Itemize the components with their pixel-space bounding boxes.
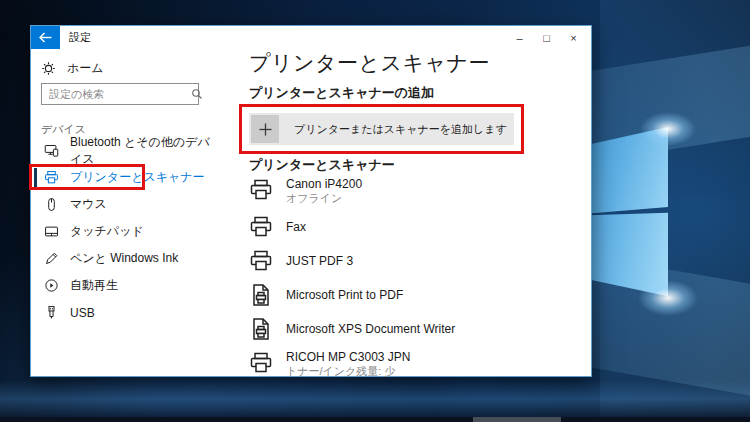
sidebar-item-bluetooth-and-other-devices[interactable]: Bluetooth とその他のデバイス [31,137,217,164]
sidebar-item-label: ペンと Windows Ink [70,250,178,267]
printer-row-microsoft-xps-document-writer[interactable]: Microsoft XPS Document Writer [249,316,579,341]
page-title: プリンターとスキャナー [249,49,490,77]
printer-list: Canon iP4200 オフライン Fax [249,177,579,387]
printer-row-canon-ip4200[interactable]: Canon iP4200 オフライン [249,177,579,205]
annotation-box-add-button: プリンターまたはスキャナーを追加します [239,104,524,154]
settings-search-box [41,83,199,105]
sidebar-item-printers-and-scanners[interactable]: プリンターとスキャナー [31,164,217,191]
printer-icon [249,248,273,273]
printer-row-just-pdf-3[interactable]: JUST PDF 3 [249,248,579,273]
sidebar-home-label: ホーム [67,60,104,77]
sidebar-nav: Bluetooth とその他のデバイス プリンターとスキャナー [31,137,217,326]
window-title: 設定 [69,30,91,45]
document-printer-icon [249,316,273,341]
add-section-heading: プリンターとスキャナーの追加 [249,84,434,102]
devices-section-heading: プリンターとスキャナー [249,156,395,174]
printer-name: Microsoft XPS Document Writer [286,322,455,336]
printer-name: RICOH MP C3003 JPN [286,350,410,364]
usb-icon [44,305,59,320]
mouse-icon [44,197,59,212]
sidebar-item-home[interactable]: ホーム [41,57,104,79]
settings-window: 設定 – □ × ホーム [30,25,592,377]
close-button[interactable]: × [560,26,587,49]
printer-name: Microsoft Print to PDF [286,288,403,302]
printer-icon [249,350,273,378]
pen-icon [44,251,59,266]
gear-icon [41,61,56,76]
sidebar-item-label: USB [70,306,95,320]
search-icon [191,88,203,100]
minimize-button[interactable]: – [506,26,533,49]
back-arrow-icon [39,32,52,43]
printer-name: Fax [286,220,306,234]
sidebar-item-label: 自動再生 [70,277,118,294]
selected-accent-bar [34,168,37,187]
back-button[interactable] [31,26,60,49]
touchpad-icon [44,224,59,239]
printer-row-ricoh-mp-c3003[interactable]: RICOH MP C3003 JPN トナー/インク残量: 少 [249,350,579,378]
sidebar-item-usb[interactable]: USB [31,299,217,326]
add-printer-button-label: プリンターまたはスキャナーを追加します [294,122,507,137]
printer-name: JUST PDF 3 [286,254,353,268]
printer-icon [249,214,273,239]
titlebar: 設定 – □ × [31,26,591,49]
light-beam [600,0,750,422]
sidebar-item-pen-windows-ink[interactable]: ペンと Windows Ink [31,245,217,272]
printer-row-fax[interactable]: Fax [249,214,579,239]
printer-status: オフライン [286,192,362,205]
sidebar-item-label: タッチパッド [70,223,144,240]
sidebar-item-label: マウス [70,196,107,213]
devices-icon [44,143,59,158]
search-input[interactable] [42,88,191,100]
printer-row-microsoft-print-to-pdf[interactable]: Microsoft Print to PDF [249,282,579,307]
taskbar-edge-strip [0,417,750,422]
plus-icon [251,115,279,143]
printer-icon [249,177,273,205]
printer-icon [44,170,59,185]
sidebar-item-touchpad[interactable]: タッチパッド [31,218,217,245]
taskbar-edge-segment [473,417,561,422]
sidebar-item-autoplay[interactable]: 自動再生 [31,272,217,299]
sidebar: ホーム デバイス [31,49,217,376]
sidebar-item-label: プリンターとスキャナー [70,169,205,186]
autoplay-icon [44,278,59,293]
add-printer-button[interactable]: プリンターまたはスキャナーを追加します [249,113,514,145]
caption-buttons: – □ × [506,26,587,49]
sidebar-item-label: Bluetooth とその他のデバイス [70,134,217,168]
sidebar-item-mouse[interactable]: マウス [31,191,217,218]
document-printer-icon [249,282,273,307]
desktop-wallpaper: 設定 – □ × ホーム [0,0,750,422]
main-content: プリンターとスキャナー プリンターとスキャナーの追加 プリンターまたはスキャナー… [219,49,591,374]
printer-status: トナー/インク残量: 少 [286,365,410,378]
printer-name: Canon iP4200 [286,177,362,191]
maximize-button[interactable]: □ [533,26,560,49]
